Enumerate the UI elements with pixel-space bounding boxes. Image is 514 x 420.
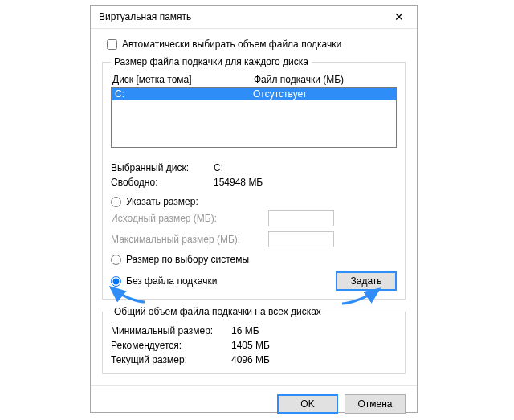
initial-size-label: Исходный размер (МБ):	[111, 213, 268, 224]
close-icon[interactable]: ✕	[383, 6, 415, 28]
drive-row-drive: C:	[115, 88, 253, 100]
selected-drive-label: Выбранный диск:	[111, 162, 214, 173]
selected-drive-value: C:	[214, 162, 397, 173]
virtual-memory-dialog: Виртуальная память ✕ Автоматически выбир…	[90, 5, 418, 413]
drive-row[interactable]: C: Отсутствует	[112, 88, 396, 100]
max-size-input[interactable]	[268, 231, 334, 247]
ok-button[interactable]: OK	[277, 394, 338, 414]
totals-group: Общий объем файла подкачки на всех диска…	[102, 306, 406, 374]
cancel-button[interactable]: Отмена	[345, 394, 406, 414]
radio-custom-input[interactable]	[111, 197, 121, 207]
radio-none-input[interactable]	[111, 276, 121, 287]
auto-manage-checkbox[interactable]: Автоматически выбирать объем файла подка…	[107, 39, 406, 50]
per-drive-legend: Размер файла подкачки для каждого диска	[111, 56, 312, 67]
col-drive-label: Диск [метка тома]	[112, 74, 254, 85]
titlebar: Виртуальная память ✕	[91, 6, 417, 29]
max-size-label: Максимальный размер (МБ):	[111, 234, 268, 245]
set-button[interactable]: Задать	[336, 271, 397, 291]
col-file-label: Файл подкачки (МБ)	[254, 74, 395, 85]
min-size-value: 16 МБ	[231, 325, 397, 336]
drive-listbox[interactable]: C: Отсутствует	[111, 87, 397, 148]
cur-size-label: Текущий размер:	[111, 354, 231, 365]
cur-size-value: 4096 МБ	[231, 354, 397, 365]
dialog-content: Автоматически выбирать объем файла подка…	[91, 29, 417, 385]
radio-system-input[interactable]	[111, 255, 121, 265]
totals-legend: Общий объем файла подкачки на всех диска…	[111, 306, 324, 317]
radio-system-managed[interactable]: Размер по выбору системы	[111, 254, 397, 265]
drive-row-file: Отсутствует	[253, 88, 393, 100]
radio-custom-label: Указать размер:	[126, 196, 198, 207]
auto-manage-label: Автоматически выбирать объем файла подка…	[122, 39, 341, 50]
custom-size-inputs: Исходный размер (МБ): Максимальный разме…	[111, 210, 397, 247]
free-space-label: Свободно:	[111, 177, 214, 188]
initial-size-input[interactable]	[268, 210, 334, 226]
free-space-value: 154948 МБ	[214, 177, 397, 188]
selected-drive-info: Выбранный диск: C: Свободно: 154948 МБ	[111, 162, 397, 188]
radio-custom-size[interactable]: Указать размер:	[111, 196, 397, 207]
radio-none-label: Без файла подкачки	[126, 275, 217, 287]
rec-size-value: 1405 МБ	[231, 340, 397, 351]
drive-list-headers: Диск [метка тома] Файл подкачки (МБ)	[111, 74, 397, 85]
radio-system-label: Размер по выбору системы	[126, 254, 249, 265]
window-title: Виртуальная память	[99, 11, 383, 22]
per-drive-group: Размер файла подкачки для каждого диска …	[102, 56, 406, 300]
auto-manage-checkbox-input[interactable]	[107, 39, 117, 50]
min-size-label: Минимальный размер:	[111, 325, 231, 336]
dialog-buttons: OK Отмена	[91, 385, 417, 420]
radio-no-paging-file[interactable]: Без файла подкачки	[111, 275, 217, 287]
rec-size-label: Рекомендуется:	[111, 340, 231, 351]
